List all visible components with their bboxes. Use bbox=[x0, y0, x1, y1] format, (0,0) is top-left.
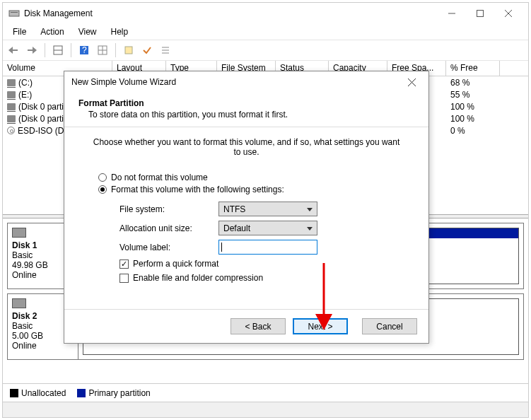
legend: Unallocated Primary partition bbox=[3, 383, 528, 402]
wizard-title: New Simple Volume Wizard bbox=[71, 77, 402, 87]
checkbox-icon bbox=[119, 259, 129, 269]
radio-icon bbox=[98, 185, 107, 194]
volume-pfree: 100 % bbox=[450, 102, 474, 112]
volume-pfree: 0 % bbox=[450, 126, 465, 136]
radio-format[interactable]: Format this volume with the following se… bbox=[98, 185, 409, 194]
wizard-subheading: To store data on this partition, you mus… bbox=[78, 110, 414, 119]
volume-pfree: 55 % bbox=[450, 90, 469, 100]
cancel-button[interactable]: Cancel bbox=[362, 318, 417, 334]
volume-name: (E:) bbox=[18, 90, 32, 100]
disk-icon bbox=[7, 79, 16, 86]
filesystem-select[interactable]: NTFS bbox=[218, 202, 317, 216]
checkbox-icon bbox=[119, 274, 129, 283]
forward-icon[interactable] bbox=[24, 42, 40, 58]
filesystem-value: NTFS bbox=[223, 204, 245, 214]
svg-rect-1 bbox=[11, 12, 18, 13]
wizard-buttons: < Back Next > Cancel bbox=[64, 309, 428, 343]
radio-format-label: Format this volume with the following se… bbox=[111, 185, 284, 194]
wizard-titlebar: New Simple Volume Wizard bbox=[64, 71, 428, 93]
toolbar: ? bbox=[3, 40, 528, 61]
check-icon[interactable] bbox=[139, 42, 155, 58]
disk-icon bbox=[7, 91, 16, 98]
legend-swatch-primary bbox=[77, 389, 86, 397]
allocation-select[interactable]: Default bbox=[218, 221, 317, 235]
legend-swatch-unallocated bbox=[10, 389, 18, 397]
menubar: File Action View Help bbox=[3, 24, 528, 40]
radio-noformat[interactable]: Do not format this volume bbox=[98, 173, 409, 182]
wizard-intro: Choose whether you want to format this v… bbox=[84, 137, 409, 157]
minimize-button[interactable] bbox=[438, 4, 466, 23]
volume-name: (Disk 0 partit bbox=[18, 114, 66, 124]
titlebar: Disk Management bbox=[3, 3, 528, 24]
legend-unallocated: Unallocated bbox=[21, 388, 66, 398]
disk-icon bbox=[7, 103, 16, 110]
cd-icon bbox=[7, 127, 15, 134]
wizard-heading: Format Partition bbox=[78, 98, 414, 108]
radio-noformat-label: Do not format this volume bbox=[111, 173, 208, 182]
panes-icon[interactable] bbox=[50, 42, 66, 58]
next-button[interactable]: Next > bbox=[293, 318, 348, 334]
back-button[interactable]: < Back bbox=[231, 318, 286, 334]
label-volumelabel: Volume label: bbox=[119, 243, 218, 252]
svg-rect-6 bbox=[13, 49, 18, 51]
volume-name: ESD-ISO (D:) bbox=[18, 126, 69, 136]
volume-name: (C:) bbox=[18, 78, 33, 88]
volume-label-input[interactable] bbox=[218, 240, 317, 255]
volume-name: (Disk 0 partit bbox=[18, 102, 66, 112]
menu-file[interactable]: File bbox=[7, 25, 32, 38]
close-button[interactable] bbox=[494, 4, 523, 23]
legend-primary: Primary partition bbox=[88, 388, 150, 398]
list-icon[interactable] bbox=[158, 42, 173, 58]
new-volume-wizard: New Simple Volume Wizard Format Partitio… bbox=[64, 71, 429, 344]
disk-icon bbox=[12, 298, 26, 308]
label-filesystem: File system: bbox=[119, 204, 218, 214]
menu-action[interactable]: Action bbox=[35, 25, 69, 38]
grid-icon[interactable] bbox=[95, 42, 110, 58]
label-allocation: Allocation unit size: bbox=[119, 223, 218, 233]
svg-rect-15 bbox=[125, 47, 132, 54]
svg-text:?: ? bbox=[82, 45, 87, 55]
properties-icon[interactable] bbox=[121, 42, 136, 58]
disk-icon bbox=[12, 228, 26, 238]
window-title: Disk Management bbox=[24, 8, 93, 18]
checkbox-compression[interactable]: Enable file and folder compression bbox=[119, 273, 409, 283]
maximize-button[interactable] bbox=[466, 4, 494, 23]
volume-pfree: 68 % bbox=[450, 78, 469, 88]
menu-view[interactable]: View bbox=[73, 25, 103, 38]
back-icon[interactable] bbox=[6, 42, 21, 58]
col-percentfree[interactable]: % Free bbox=[446, 61, 500, 76]
wizard-header: Format Partition To store data on this p… bbox=[64, 93, 428, 127]
menu-help[interactable]: Help bbox=[105, 25, 134, 38]
disk-icon bbox=[7, 115, 16, 122]
svg-rect-0 bbox=[9, 11, 19, 16]
statusbar bbox=[3, 402, 528, 417]
volume-pfree: 100 % bbox=[450, 114, 474, 124]
svg-rect-7 bbox=[28, 49, 33, 51]
wizard-body: Choose whether you want to format this v… bbox=[64, 127, 428, 309]
help-icon[interactable]: ? bbox=[76, 42, 92, 58]
checkbox-quickformat[interactable]: Perform a quick format bbox=[119, 259, 409, 269]
svg-rect-3 bbox=[477, 11, 484, 17]
radio-icon bbox=[98, 173, 107, 182]
app-icon bbox=[8, 8, 20, 19]
checkbox-compression-label: Enable file and folder compression bbox=[133, 273, 263, 283]
wizard-close-button[interactable] bbox=[402, 74, 421, 91]
checkbox-quickformat-label: Perform a quick format bbox=[133, 259, 218, 269]
allocation-value: Default bbox=[223, 223, 250, 233]
